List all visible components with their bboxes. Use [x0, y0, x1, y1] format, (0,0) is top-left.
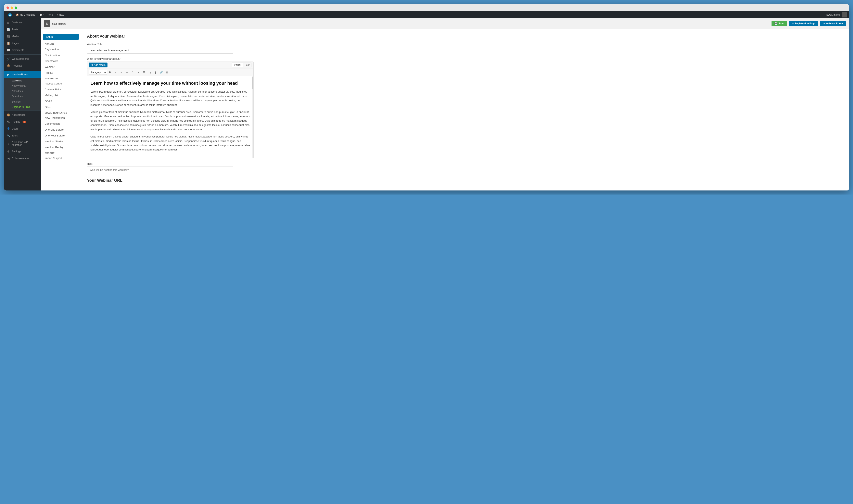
sidebar-item-comments[interactable]: 💬 Comments	[4, 47, 41, 54]
align-left-button[interactable]: ⫻	[136, 70, 141, 75]
link-button[interactable]: 🔗	[158, 70, 164, 75]
save-button[interactable]: 💾 Save	[771, 21, 787, 26]
tab-visual[interactable]: Visual	[232, 62, 243, 68]
webinar-about-label: What is your webinar about?	[87, 57, 843, 60]
wp-content-area: ⚙ SETTINGS 💾 Save ↗ Registration Page ↗ …	[41, 18, 849, 191]
custom-fields-label: Custom Fields	[45, 88, 62, 91]
user-avatar[interactable]	[842, 12, 847, 17]
sidebar-item-collapse[interactable]: ◀ Collapse menu	[4, 155, 41, 162]
webinar-room-button[interactable]: ↗ Webinar Room	[820, 21, 846, 26]
nav-countdown[interactable]: Countdown	[41, 58, 81, 64]
nav-custom-fields[interactable]: Custom Fields	[41, 87, 81, 92]
blockquote-button[interactable]: "	[130, 70, 135, 75]
submenu-questions[interactable]: Questions	[4, 94, 41, 99]
site-name-item[interactable]: 🏠 My Great Blog	[14, 11, 37, 18]
save-icon: 💾	[774, 22, 778, 25]
nav-registration[interactable]: Registration	[41, 46, 81, 52]
scrollbar-thumb[interactable]	[252, 77, 254, 89]
sidebar-item-pages[interactable]: 📋 Pages	[4, 40, 41, 47]
submenu-attendees[interactable]: Attendees	[4, 89, 41, 94]
sidebar-pages-label: Pages	[12, 42, 19, 45]
sidebar-item-users[interactable]: 👤 Users	[4, 125, 41, 132]
nav-confirmation[interactable]: Confirmation	[41, 52, 81, 58]
italic-button[interactable]: I	[113, 70, 118, 75]
sidebar-appearance-label: Appearance	[12, 113, 25, 116]
sidebar-dashboard-label: Dashboard	[12, 21, 24, 24]
editor-body[interactable]: Learn how to effectively manage your tim…	[87, 76, 254, 158]
nav-replay[interactable]: Replay	[41, 70, 81, 76]
submenu-new-webinar[interactable]: New Webinar	[4, 83, 41, 89]
align-justify-button[interactable]: ⋮	[153, 70, 158, 75]
tools-icon: 🔧	[6, 134, 10, 138]
host-input[interactable]	[87, 166, 233, 173]
settings-panel-title: SETTINGS	[52, 22, 66, 25]
sidebar-item-settings[interactable]: ⚙ Settings	[4, 148, 41, 155]
sidebar-item-webinarpress[interactable]: ▶ WebinarPress	[4, 71, 41, 78]
host-label: Host	[87, 162, 843, 165]
howdy-text: Howdy, miked	[825, 13, 840, 16]
nav-confirmation-email[interactable]: Confirmation	[41, 121, 81, 127]
form-body: About your webinar Webinar Title What is…	[81, 29, 849, 191]
more-button[interactable]: ⊞	[164, 70, 170, 75]
registration-label: Registration	[45, 48, 59, 51]
nav-new-registration[interactable]: New Registration	[41, 115, 81, 121]
nav-one-hour-before[interactable]: One Hour Before	[41, 132, 81, 139]
one-day-before-label: One Day Before	[45, 128, 64, 131]
bold-button[interactable]: B	[107, 70, 112, 75]
section-title: About your webinar	[87, 34, 843, 39]
sidebar-item-dashboard[interactable]: ⊞ Dashboard	[4, 19, 41, 26]
editor-paragraph-1: Lorem ipsum dolor sit amet, consectetur …	[90, 90, 250, 107]
nav-import-export[interactable]: Import / Export	[41, 155, 81, 161]
sidebar-item-media[interactable]: 🖼 Media	[4, 33, 41, 40]
ordered-list-button[interactable]: ≣	[124, 70, 129, 75]
sidebar-item-appearance[interactable]: 🎨 Appearance	[4, 111, 41, 119]
reg-label: Registration Page	[795, 22, 815, 25]
close-dot[interactable]	[6, 6, 9, 9]
nav-other[interactable]: Other	[41, 104, 81, 110]
registration-page-button[interactable]: ↗ Registration Page	[789, 21, 818, 26]
add-media-button[interactable]: ⊞ Add Media	[89, 62, 107, 68]
webinar-title-input[interactable]	[87, 47, 233, 54]
sidebar-item-woocommerce[interactable]: 🛒 WooCommerce	[4, 55, 41, 62]
settings-nav: Setup DESIGN Registration Confirmation C…	[41, 29, 81, 161]
unordered-list-button[interactable]: ≡	[119, 70, 124, 75]
nav-gdpr[interactable]: GDPR	[41, 98, 81, 104]
comment-count-item[interactable]: 💬 4	[37, 11, 47, 18]
admin-bar-right: Howdy, miked	[825, 12, 847, 17]
nav-webinar-starting[interactable]: Webinar Starting	[41, 139, 81, 144]
tab-text[interactable]: Text	[243, 62, 252, 68]
nav-access-control[interactable]: Access Control	[41, 80, 81, 87]
design-section-title: DESIGN	[41, 41, 81, 46]
comments-item[interactable]: ✉ 0	[47, 11, 55, 18]
new-item[interactable]: + New	[55, 11, 66, 18]
submenu-settings[interactable]: Settings	[4, 99, 41, 104]
nav-webinar-replay[interactable]: Webinar Replay	[41, 144, 81, 150]
new-label: + New	[57, 13, 64, 16]
webinar-replay-label: Webinar Replay	[45, 146, 64, 149]
save-label: Save	[779, 22, 784, 25]
format-select[interactable]: ParagraphHeading 1Heading 2Heading 3	[89, 70, 107, 75]
sidebar-item-allinone[interactable]: ↕ All-in-One WP Migration	[4, 139, 41, 148]
countdown-label: Countdown	[45, 59, 58, 62]
submenu-webinars[interactable]: Webinars	[4, 78, 41, 83]
sidebar-item-products[interactable]: 📦 Products	[4, 62, 41, 69]
sidebar-item-tools[interactable]: 🔧 Tools	[4, 132, 41, 139]
nav-mailing-list[interactable]: Mailing List	[41, 92, 81, 98]
maximize-dot[interactable]	[15, 6, 17, 9]
nav-webinar[interactable]: Webinar	[41, 64, 81, 70]
submenu-upgrade[interactable]: Upgrade to PRO	[4, 104, 41, 110]
nav-setup[interactable]: Setup	[43, 34, 79, 40]
sidebar-item-plugins[interactable]: 🔌 Plugins 4	[4, 119, 41, 125]
header-left: ⚙ SETTINGS	[44, 20, 66, 27]
gdpr-label: GDPR	[45, 100, 52, 103]
sidebar-media-label: Media	[12, 35, 19, 38]
sidebar-item-posts[interactable]: 📄 Posts	[4, 26, 41, 33]
minimize-dot[interactable]	[11, 6, 13, 9]
align-right-button[interactable]: ⫼	[147, 70, 152, 75]
align-center-button[interactable]: ☰	[141, 70, 147, 75]
upgrade-label: Upgrade to PRO	[12, 106, 30, 108]
nav-one-day-before[interactable]: One Day Before	[41, 127, 81, 132]
allinone-icon: ↕	[6, 142, 10, 145]
settings-content: About your webinar Webinar Title What is…	[81, 29, 849, 191]
wp-logo-item[interactable]: W	[6, 11, 14, 18]
